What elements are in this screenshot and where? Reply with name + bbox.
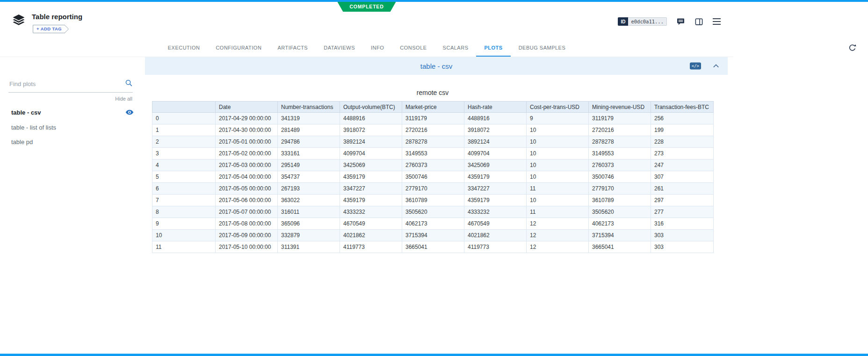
table-cell: 2720216: [589, 124, 651, 136]
table-cell: 3610789: [402, 195, 464, 206]
table-cell: 363022: [278, 195, 340, 206]
auto-refresh-icon[interactable]: [848, 44, 857, 54]
table-cell: 1: [152, 124, 216, 136]
table-cell: 3892124: [464, 136, 527, 148]
table-cell: 3119179: [589, 113, 651, 124]
table-cell: 6: [152, 183, 216, 195]
tab-debug-samples[interactable]: DEBUG SAMPLES: [511, 39, 574, 57]
collapse-chevron-icon[interactable]: [713, 64, 719, 68]
visibility-eye-icon[interactable]: [125, 108, 134, 116]
page-title: Table reporting: [32, 13, 82, 21]
table-row: 32017-05-02 00:00:0033316140997043149553…: [152, 148, 714, 160]
table-cell: 9: [152, 218, 216, 230]
table-cell: 12: [527, 218, 589, 230]
table-cell: 311391: [278, 241, 340, 253]
table-cell: 261: [651, 183, 714, 195]
table-cell: 4333232: [340, 206, 402, 218]
table-cell: 0: [152, 113, 216, 124]
table-row: 112017-05-10 00:00:003113914119773366504…: [152, 241, 714, 253]
column-header: Market-price: [402, 102, 464, 113]
table-cell: 2878278: [402, 136, 464, 148]
tab-artifacts[interactable]: ARTIFACTS: [269, 39, 316, 57]
table-row: 62017-05-05 00:00:0026719333472272779170…: [152, 183, 714, 195]
plot-list-item[interactable]: table pd: [0, 135, 145, 149]
plot-list-item[interactable]: table - csv: [0, 104, 145, 120]
table-cell: 297: [651, 195, 714, 206]
column-header: Output-volume(BTC): [340, 102, 402, 113]
tab-scalars[interactable]: SCALARS: [435, 39, 477, 57]
table-cell: 2017-05-04 00:00:00: [216, 171, 278, 183]
tab-plots[interactable]: PLOTS: [476, 39, 510, 57]
column-header: Hash-rate: [464, 102, 527, 113]
view-code-icon[interactable]: </>: [690, 63, 701, 70]
plots-sidebar: Hide all table - csv table - list of lis…: [0, 57, 145, 354]
table-row: 12017-04-30 00:00:0028148939180722720216…: [152, 124, 714, 136]
plot-body: remote csv DateNumber-transactionsOutput…: [152, 89, 720, 253]
table-cell: 3715394: [402, 230, 464, 241]
table-cell: 4062173: [402, 218, 464, 230]
table-cell: 3665041: [589, 241, 651, 253]
tab-dataviews[interactable]: DATAVIEWS: [316, 39, 363, 57]
table-cell: 10: [527, 171, 589, 183]
table-cell: 277: [651, 206, 714, 218]
plot-list: table - csv table - list of liststable p…: [0, 104, 145, 149]
table-cell: 5: [152, 171, 216, 183]
side-panel-icon[interactable]: [694, 17, 703, 26]
column-header: [152, 102, 216, 113]
table-cell: 4488916: [464, 113, 527, 124]
plots-content: table - csv </> remote csv DateNumber-tr…: [145, 57, 728, 354]
table-cell: 365096: [278, 218, 340, 230]
table-cell: 3119179: [402, 113, 464, 124]
tab-info[interactable]: INFO: [363, 39, 392, 57]
table-cell: 2017-05-07 00:00:00: [216, 206, 278, 218]
table-cell: 2017-04-30 00:00:00: [216, 124, 278, 136]
table-cell: 2017-04-29 00:00:00: [216, 113, 278, 124]
experiment-type-icon: [12, 15, 25, 28]
table-cell: 3505620: [589, 206, 651, 218]
id-badge-label: ID: [618, 17, 628, 26]
table-cell: 2: [152, 136, 216, 148]
table-row: 102017-05-09 00:00:003328794021862371539…: [152, 230, 714, 241]
comments-icon[interactable]: [676, 17, 685, 26]
plot-item-label: table pd: [11, 138, 33, 145]
table-cell: 10: [527, 136, 589, 148]
experiment-id-badge[interactable]: ID e0dc0a11...: [618, 17, 667, 26]
column-header: Mining-revenue-USD: [589, 102, 651, 113]
table-cell: 4099704: [464, 148, 527, 160]
table-cell: 333161: [278, 148, 340, 160]
table-cell: 316011: [278, 206, 340, 218]
table-cell: 4021862: [464, 230, 527, 241]
table-cell: 3500746: [589, 171, 651, 183]
find-plots-input[interactable]: [8, 80, 121, 88]
table-cell: 2017-05-10 00:00:00: [216, 241, 278, 253]
table-cell: 3149553: [589, 148, 651, 160]
menu-icon[interactable]: [713, 18, 721, 25]
table-cell: 2878278: [589, 136, 651, 148]
table-cell: 4359179: [340, 171, 402, 183]
table-cell: 2017-05-09 00:00:00: [216, 230, 278, 241]
table-cell: 3610789: [589, 195, 651, 206]
hide-all-link[interactable]: Hide all: [0, 96, 132, 102]
table-cell: 12: [527, 241, 589, 253]
add-tag-button[interactable]: + ADD TAG: [33, 25, 65, 33]
table-cell: 10: [152, 230, 216, 241]
tab-configuration[interactable]: CONFIGURATION: [208, 39, 269, 57]
table-cell: 294786: [278, 136, 340, 148]
plot-section-header: table - csv </>: [145, 57, 728, 75]
table-cell: 4488916: [340, 113, 402, 124]
table-cell: 267193: [278, 183, 340, 195]
column-header: Transaction-fees-BTC: [651, 102, 714, 113]
table-row: 72017-05-06 00:00:0036302243591793610789…: [152, 195, 714, 206]
tab-console[interactable]: CONSOLE: [392, 39, 434, 57]
table-cell: 316: [651, 218, 714, 230]
table-cell: 4119773: [464, 241, 527, 253]
table-cell: 3500746: [402, 171, 464, 183]
plot-list-item[interactable]: table - list of lists: [0, 120, 145, 135]
table-cell: 8: [152, 206, 216, 218]
table-row: 52017-05-04 00:00:0035473743591793500746…: [152, 171, 714, 183]
table-cell: 4021862: [340, 230, 402, 241]
table-cell: 3892124: [340, 136, 402, 148]
tab-bar-container: EXECUTIONCONFIGURATIONARTIFACTSDATAVIEWS…: [0, 39, 733, 57]
search-icon[interactable]: [125, 79, 133, 89]
tab-execution[interactable]: EXECUTION: [160, 39, 208, 57]
